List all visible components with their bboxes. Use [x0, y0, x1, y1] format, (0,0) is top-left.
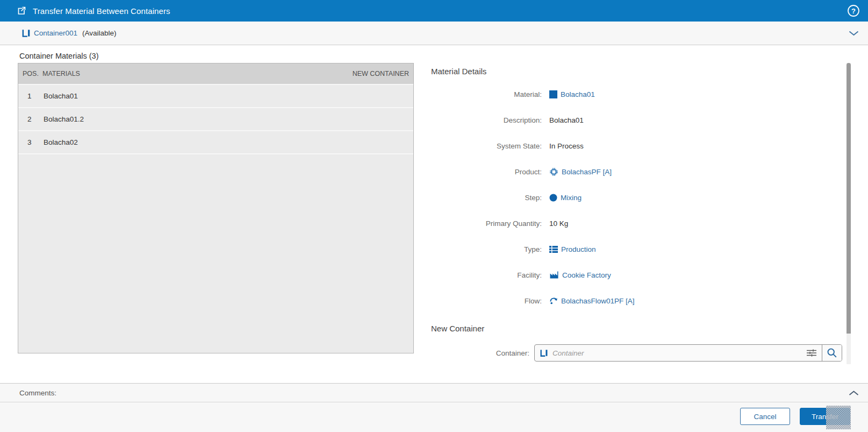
field-value[interactable]: Bolacha01 — [549, 90, 595, 98]
container-icon — [540, 349, 548, 357]
field-value: In Process — [549, 142, 584, 150]
filter-icon[interactable] — [806, 349, 817, 357]
container-icon — [21, 29, 31, 38]
scrollbar-thumb[interactable] — [847, 63, 851, 334]
materials-panel-title: Container Materials (3) — [19, 52, 98, 60]
new-container-title: New Container — [431, 324, 484, 333]
column-header-pos: POS. — [18, 70, 42, 77]
field-label: Type: — [430, 245, 542, 253]
field-value-text: Bolacha01 — [549, 116, 584, 124]
cell-pos: 3 — [18, 138, 44, 146]
field-label: Flow: — [430, 297, 542, 305]
field-value-text: Bolacha01 — [561, 90, 595, 98]
column-header-materials: MATERIALS — [42, 70, 353, 77]
comments-bar[interactable]: Comments: — [0, 383, 868, 402]
page-title: Transfer Material Between Containers — [33, 6, 170, 16]
comments-label: Comments: — [19, 389, 56, 397]
type-icon — [549, 245, 558, 253]
column-header-new-container: NEW CONTAINER — [353, 70, 413, 77]
field-row-facility: Facility:Cookie Factory — [430, 262, 822, 288]
field-label: Product: — [430, 168, 542, 176]
field-row-type: Type:Production — [430, 236, 822, 262]
facility-icon — [549, 271, 559, 279]
transfer-icon — [16, 5, 27, 16]
field-value[interactable]: Cookie Factory — [549, 271, 611, 279]
chevron-down-icon[interactable] — [849, 31, 859, 36]
container-name-link[interactable]: Container001 — [34, 29, 77, 37]
field-value[interactable]: BolachasFlow01PF [A] — [549, 296, 635, 305]
field-label: Step: — [430, 194, 542, 202]
search-button[interactable] — [822, 345, 842, 361]
field-value-text: Cookie Factory — [562, 271, 611, 279]
details-panel-title: Material Details — [431, 67, 486, 76]
field-value-text: In Process — [549, 142, 584, 150]
field-label: Facility: — [430, 271, 542, 279]
cell-material: Bolacha01.2 — [44, 115, 413, 123]
field-label: Primary Quantity: — [430, 219, 542, 228]
cell-pos: 2 — [18, 115, 44, 123]
material-icon — [549, 90, 557, 98]
chevron-up-icon[interactable] — [849, 391, 859, 396]
materials-table-header: POS. MATERIALS NEW CONTAINER — [18, 63, 413, 85]
field-value-text: BolachasPF [A] — [562, 168, 612, 176]
field-value[interactable]: BolachasPF [A] — [549, 167, 612, 176]
field-row-flow: Flow:BolachasFlow01PF [A] — [430, 288, 822, 314]
step-icon — [549, 194, 557, 202]
field-value[interactable]: Mixing — [549, 194, 582, 202]
field-value[interactable]: Production — [549, 245, 596, 253]
help-icon[interactable]: ? — [847, 4, 860, 17]
materials-table-body: 1Bolacha012Bolacha01.23Bolacha02 — [18, 85, 413, 154]
cancel-button[interactable]: Cancel — [740, 408, 790, 425]
title-bar: Transfer Material Between Containers ? — [0, 0, 868, 22]
cell-material: Bolacha02 — [44, 138, 413, 146]
product-icon — [549, 167, 558, 176]
scrollbar-track[interactable] — [847, 63, 851, 364]
cell-material: Bolacha01 — [44, 92, 413, 100]
table-row[interactable]: 1Bolacha01 — [18, 85, 413, 108]
field-value: 10 Kg — [549, 219, 568, 228]
field-label: Material: — [430, 90, 542, 98]
cell-pos: 1 — [18, 92, 44, 100]
field-row-description: Description:Bolacha01 — [430, 107, 822, 133]
container-header: Container001 (Available) — [0, 22, 868, 45]
field-value-text: Production — [561, 245, 596, 253]
container-input-group — [534, 344, 842, 362]
materials-table: POS. MATERIALS NEW CONTAINER 1Bolacha012… — [18, 63, 414, 353]
svg-text:?: ? — [851, 7, 856, 15]
transfer-button[interactable]: Transfer — [800, 408, 850, 425]
field-value-text: Mixing — [561, 194, 582, 202]
field-value: Bolacha01 — [549, 116, 584, 124]
field-label: System State: — [430, 142, 542, 150]
field-row-system-state: System State:In Process — [430, 133, 822, 159]
container-state: (Available) — [82, 29, 117, 37]
container-input[interactable] — [553, 349, 801, 357]
table-row[interactable]: 2Bolacha01.2 — [18, 108, 413, 131]
field-row-step: Step:Mixing — [430, 185, 822, 210]
footer-bar: Cancel Transfer — [0, 403, 868, 432]
transfer-material-dialog: Transfer Material Between Containers ? C… — [0, 0, 868, 432]
field-row-material: Material:Bolacha01 — [430, 81, 822, 107]
field-label: Description: — [430, 116, 542, 124]
container-field-label: Container: — [430, 344, 529, 362]
flow-icon — [549, 296, 558, 305]
field-row-primary-quantity: Primary Quantity:10 Kg — [430, 210, 822, 236]
details-fields: Material:Bolacha01Description:Bolacha01S… — [430, 81, 822, 314]
table-row[interactable]: 3Bolacha02 — [18, 131, 413, 154]
field-value-text: BolachasFlow01PF [A] — [561, 297, 635, 305]
field-value-text: 10 Kg — [549, 219, 568, 228]
field-row-product: Product:BolachasPF [A] — [430, 159, 822, 185]
